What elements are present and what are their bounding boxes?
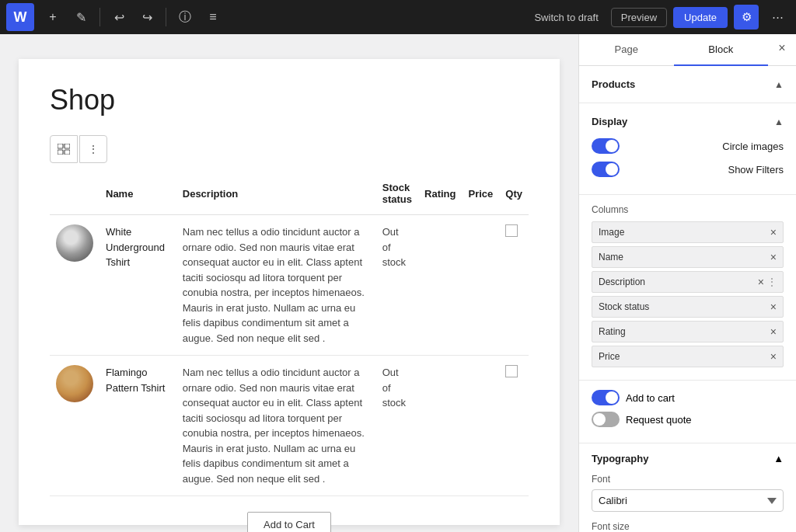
column-label-description: Description bbox=[599, 276, 645, 287]
right-sidebar: Page Block × Products ▲ Display ▲ Circle… bbox=[578, 34, 796, 532]
font-label: Font bbox=[592, 474, 784, 485]
table-row: White Underground Tshirt Nam nec tellus … bbox=[50, 215, 529, 356]
divider bbox=[100, 8, 100, 26]
switch-to-draft-button[interactable]: Switch to draft bbox=[528, 9, 604, 26]
add-to-cart-toggle-label: Add to cart bbox=[626, 392, 784, 404]
block-controls: ⋮ bbox=[50, 135, 529, 163]
column-label-price: Price bbox=[599, 351, 620, 362]
product-desc-2: Nam nec tellus a odio tincidunt auctor a… bbox=[183, 367, 365, 485]
add-to-cart-toggle[interactable] bbox=[592, 390, 620, 405]
product-desc-1: Nam nec tellus a odio tincidunt auctor a… bbox=[183, 226, 365, 344]
qty-checkbox-2[interactable] bbox=[505, 365, 518, 377]
svg-rect-3 bbox=[65, 150, 70, 155]
product-name-cell: White Underground Tshirt bbox=[100, 215, 176, 356]
typography-title: Typography bbox=[592, 453, 648, 464]
products-section-title: Products bbox=[592, 78, 635, 90]
products-chevron-icon: ▲ bbox=[774, 79, 784, 90]
preview-button[interactable]: Preview bbox=[611, 8, 667, 27]
redo-button[interactable]: ↪ bbox=[134, 5, 159, 30]
more-block-options-button[interactable]: ⋮ bbox=[79, 135, 107, 163]
table-row: Flamingo Pattern Tshirt Nam nec tellus a… bbox=[50, 356, 529, 496]
add-to-cart-toggle-row: Add to cart bbox=[592, 390, 784, 405]
toolbar-right: Switch to draft Preview Update ⚙ ⋯ bbox=[528, 5, 790, 30]
top-toolbar: W + ✎ ↩ ↪ ⓘ ≡ Switch to draft Preview Up… bbox=[0, 0, 796, 34]
drag-handle-icon: ⋮ bbox=[767, 276, 777, 287]
font-select[interactable]: Calibri Arial Georgia Times New Roman Ve… bbox=[592, 489, 784, 512]
product-description-cell-2: Nam nec tellus a odio tincidunt auctor a… bbox=[176, 356, 376, 496]
products-section: Products ▲ bbox=[579, 66, 796, 103]
column-tag-name: Name × bbox=[592, 246, 784, 268]
settings-button[interactable]: ⚙ bbox=[734, 5, 759, 30]
product-rating-cell-2 bbox=[418, 356, 462, 496]
update-button[interactable]: Update bbox=[673, 7, 728, 28]
list-view-button[interactable]: ≡ bbox=[201, 5, 225, 30]
show-filters-toggle[interactable] bbox=[592, 162, 620, 177]
font-size-label: Font size bbox=[592, 521, 784, 532]
circle-images-toggle[interactable] bbox=[592, 138, 620, 154]
column-label-name: Name bbox=[599, 252, 623, 263]
product-qty-cell-2 bbox=[499, 356, 529, 496]
cart-quote-section: Add to cart Request quote bbox=[579, 381, 796, 443]
display-section: Display ▲ Circle images Show Filters bbox=[579, 103, 796, 195]
typography-header[interactable]: Typography ▲ bbox=[592, 453, 784, 464]
col-rating: Rating bbox=[418, 176, 462, 215]
edit-button[interactable]: ✎ bbox=[68, 5, 93, 30]
product-image-cell bbox=[50, 215, 100, 356]
request-quote-toggle-label: Request quote bbox=[626, 414, 784, 426]
divider2 bbox=[166, 8, 166, 26]
request-quote-toggle-row: Request quote bbox=[592, 412, 784, 427]
more-options-button[interactable]: ⋯ bbox=[765, 5, 790, 30]
svg-rect-2 bbox=[58, 150, 63, 155]
columns-section: Columns Image × Name × Description × ⋮ S… bbox=[579, 195, 796, 381]
column-remove-price[interactable]: × bbox=[770, 350, 777, 363]
product-image-1 bbox=[56, 224, 93, 262]
table-icon bbox=[58, 144, 70, 155]
display-section-header[interactable]: Display ▲ bbox=[592, 113, 784, 130]
column-tag-description: Description × ⋮ bbox=[592, 271, 784, 293]
svg-rect-0 bbox=[58, 144, 63, 148]
products-section-header[interactable]: Products ▲ bbox=[592, 75, 784, 93]
circle-images-row: Circle images bbox=[592, 138, 784, 154]
product-rating-cell bbox=[418, 215, 462, 356]
column-remove-rating[interactable]: × bbox=[770, 325, 777, 338]
column-tag-price: Price × bbox=[592, 346, 784, 367]
show-filters-row: Show Filters bbox=[592, 162, 784, 177]
column-remove-stock[interactable]: × bbox=[770, 301, 777, 313]
column-tag-stock: Stock status × bbox=[592, 296, 784, 318]
product-description-cell: Nam nec tellus a odio tincidunt auctor a… bbox=[176, 215, 376, 356]
col-price: Price bbox=[463, 176, 500, 215]
editor-area: Shop ⋮ Name bbox=[0, 34, 578, 532]
typography-section: Typography ▲ Font Calibri Arial Georgia … bbox=[579, 443, 796, 532]
col-image bbox=[50, 176, 100, 215]
col-stock: Stockstatus bbox=[376, 176, 418, 215]
col-name: Name bbox=[100, 176, 176, 215]
editor-content: Shop ⋮ Name bbox=[19, 59, 560, 525]
col-description: Description bbox=[176, 176, 376, 215]
column-remove-image[interactable]: × bbox=[770, 226, 777, 238]
qty-checkbox-1[interactable] bbox=[505, 224, 518, 237]
add-block-button[interactable]: + bbox=[40, 5, 65, 30]
circle-images-label: Circle images bbox=[722, 141, 784, 152]
tab-block[interactable]: Block bbox=[674, 34, 769, 66]
main-layout: Shop ⋮ Name bbox=[0, 34, 796, 532]
wordpress-logo[interactable]: W bbox=[6, 3, 34, 31]
product-price-cell bbox=[463, 215, 500, 356]
product-name-2: Flamingo Pattern Tshirt bbox=[106, 367, 165, 394]
column-label-rating: Rating bbox=[599, 326, 626, 337]
product-stock-cell-2: Outofstock bbox=[376, 356, 418, 496]
columns-title: Columns bbox=[592, 204, 784, 215]
request-quote-toggle[interactable] bbox=[592, 412, 620, 427]
tab-page[interactable]: Page bbox=[579, 34, 674, 66]
table-view-button[interactable] bbox=[50, 135, 78, 163]
column-remove-description[interactable]: × bbox=[758, 276, 764, 288]
sidebar-close-button[interactable]: × bbox=[768, 34, 796, 62]
display-chevron-icon: ▲ bbox=[774, 116, 784, 127]
add-to-cart-button[interactable]: Add to Cart bbox=[247, 512, 331, 532]
undo-button[interactable]: ↩ bbox=[106, 5, 131, 30]
info-button[interactable]: ⓘ bbox=[173, 5, 197, 30]
svg-rect-1 bbox=[65, 144, 70, 148]
product-image-2 bbox=[56, 365, 93, 402]
product-image-cell-2 bbox=[50, 356, 100, 496]
column-remove-name[interactable]: × bbox=[770, 251, 777, 263]
products-table: Name Description Stockstatus Rating Pric… bbox=[50, 176, 529, 496]
